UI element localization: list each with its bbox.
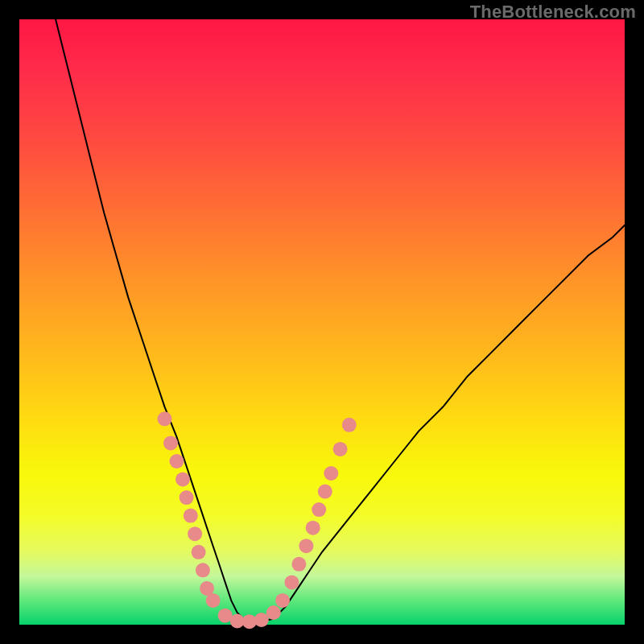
marker-cluster	[192, 545, 206, 559]
marker-cluster	[312, 502, 326, 517]
marker-cluster	[275, 593, 290, 608]
marker-cluster	[342, 418, 357, 432]
marker-cluster	[170, 454, 184, 469]
marker-cluster	[188, 526, 202, 541]
marker-cluster	[299, 539, 313, 553]
marker-cluster	[175, 473, 190, 487]
marker-cluster	[318, 485, 332, 499]
marker-layer	[158, 411, 357, 629]
marker-cluster	[291, 557, 306, 572]
marker-cluster	[284, 575, 299, 589]
marker-cluster	[324, 466, 338, 481]
marker-cluster	[206, 593, 221, 608]
marker-cluster	[254, 613, 269, 627]
marker-cluster	[163, 436, 178, 450]
marker-cluster	[266, 605, 281, 620]
chart-svg	[19, 19, 625, 625]
marker-cluster	[184, 509, 198, 523]
marker-cluster	[333, 442, 348, 456]
marker-cluster	[196, 563, 210, 577]
curve-layer	[56, 19, 625, 621]
marker-cluster	[180, 490, 194, 505]
marker-cluster	[306, 521, 320, 535]
marker-cluster	[158, 411, 172, 426]
curve-primary	[56, 19, 625, 621]
watermark-text: TheBottleneck.com	[470, 2, 636, 23]
